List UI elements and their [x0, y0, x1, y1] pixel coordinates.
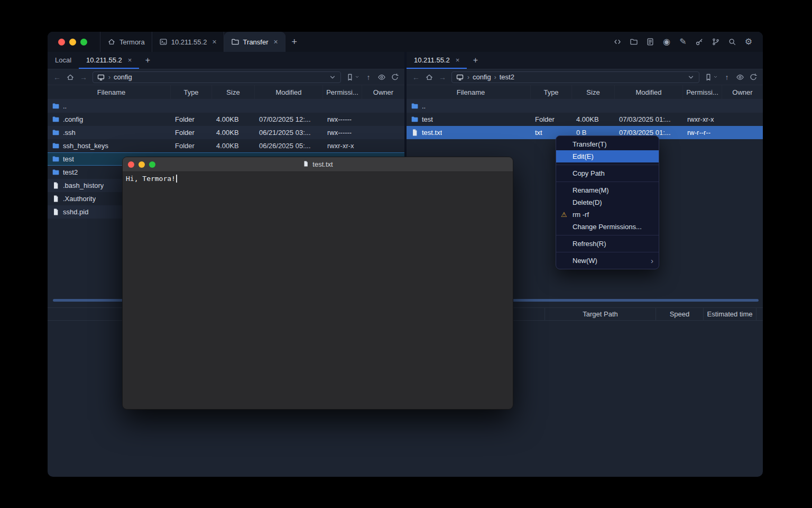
- panel-tab-local[interactable]: Local: [48, 52, 79, 69]
- cell-size: 4.00KB: [212, 113, 255, 126]
- bookmark-button[interactable]: [704, 72, 718, 82]
- cell-modified: 07/02/2025 12:...: [255, 113, 323, 126]
- folder-button[interactable]: [629, 37, 639, 47]
- file-row-parent-dir[interactable]: ..: [407, 99, 763, 113]
- editor-window-controls: [123, 161, 155, 168]
- up-button[interactable]: ↑: [723, 72, 731, 82]
- context-menu: Transfer(T)Edit(E)Copy PathRename(M)Dele…: [556, 135, 659, 269]
- close-button[interactable]: [58, 39, 65, 46]
- list-button[interactable]: [645, 37, 655, 47]
- close-icon[interactable]: ×: [456, 57, 460, 64]
- menu-item-rename-m[interactable]: Rename(M): [556, 184, 659, 196]
- home-icon: [107, 38, 116, 46]
- toggle-hidden-button[interactable]: [736, 72, 744, 82]
- cell-permissions: rwxr-xr-x: [323, 139, 362, 152]
- toggle-hidden-button[interactable]: [377, 72, 386, 82]
- path-field[interactable]: ›config: [93, 71, 341, 83]
- column-header-filename[interactable]: Filename: [407, 85, 531, 99]
- eye-icon: [377, 73, 386, 81]
- forward-button[interactable]: →: [438, 72, 447, 82]
- file-doc-icon: [52, 182, 60, 189]
- menu-item-transfer-t[interactable]: Transfer(T): [556, 138, 659, 150]
- queue-column-estimated-time: Estimated time: [703, 308, 756, 320]
- file-doc-icon: [302, 160, 309, 167]
- menu-item-refresh-r[interactable]: Refresh(R): [556, 238, 659, 250]
- queue-column-target-path: Target Path: [545, 308, 656, 320]
- column-header-type[interactable]: Type: [171, 85, 212, 99]
- menu-item-new-w[interactable]: New(W)›: [556, 255, 659, 267]
- refresh-button[interactable]: [391, 72, 399, 82]
- file-row-ssh-host-keys[interactable]: ssh_host_keysFolder4.00KB06/26/2025 05:.…: [48, 139, 404, 152]
- app-tab-10-211-55-2[interactable]: 10.211.55.2×: [152, 32, 224, 52]
- new-panel-tab-button[interactable]: +: [139, 52, 156, 69]
- column-header-size[interactable]: Size: [572, 85, 615, 99]
- menu-item-rm-rf[interactable]: ⚠rm -rf: [556, 208, 659, 221]
- cell-filename: .config: [48, 113, 171, 126]
- branch-button[interactable]: [711, 37, 721, 47]
- column-header-permissi[interactable]: Permissi...: [683, 85, 722, 99]
- new-panel-tab-button[interactable]: +: [467, 52, 484, 69]
- column-header-size[interactable]: Size: [212, 85, 255, 99]
- home-button[interactable]: [66, 72, 75, 82]
- file-row-config[interactable]: .configFolder4.00KB07/02/2025 12:...rwx-…: [48, 113, 404, 126]
- cell-filename: ..: [407, 99, 531, 113]
- menu-item-edit-e[interactable]: Edit(E): [556, 150, 659, 162]
- column-header-filename[interactable]: Filename: [48, 85, 171, 99]
- search-button[interactable]: [727, 37, 737, 47]
- bookmark-button[interactable]: [346, 72, 359, 82]
- titlebar-toolbar: ◉✎⚙: [613, 32, 763, 52]
- column-header-type[interactable]: Type: [531, 85, 572, 99]
- zoom-button[interactable]: [80, 39, 87, 46]
- record-button[interactable]: ◉: [662, 37, 671, 47]
- back-button[interactable]: ←: [412, 72, 420, 82]
- menu-item-delete-d[interactable]: Delete(D): [556, 196, 659, 208]
- cell-type: Folder: [171, 126, 212, 139]
- warning-icon: ⚠: [561, 211, 567, 219]
- cell-type: Folder: [531, 113, 572, 126]
- queue-column-speed: Speed: [656, 308, 703, 320]
- menu-item-change-permissions[interactable]: Change Permissions...: [556, 221, 659, 233]
- chevron-down-icon: [328, 73, 337, 81]
- column-header-modified[interactable]: Modified: [615, 85, 683, 99]
- left-panel-tab-bar: Local10.211.55.2×+: [48, 52, 404, 69]
- app-tab-termora[interactable]: Termora: [100, 32, 152, 52]
- panel-tab-10-211-55-2[interactable]: 10.211.55.2×: [407, 52, 467, 69]
- column-header-owner[interactable]: Owner: [722, 85, 763, 99]
- close-icon[interactable]: ×: [274, 38, 278, 46]
- forward-button[interactable]: →: [79, 72, 88, 82]
- back-button[interactable]: ←: [53, 72, 61, 82]
- gear-button[interactable]: ⚙: [744, 37, 753, 47]
- path-crumb: test2: [500, 73, 514, 81]
- editor-zoom-button[interactable]: [149, 161, 155, 168]
- new-tab-button[interactable]: +: [285, 32, 303, 52]
- minimize-button[interactable]: [69, 39, 76, 46]
- home-button[interactable]: [425, 72, 433, 82]
- menu-label: New(W): [573, 257, 597, 265]
- refresh-button[interactable]: [749, 72, 758, 82]
- column-header-modified[interactable]: Modified: [255, 85, 323, 99]
- close-icon[interactable]: ×: [212, 38, 216, 46]
- editor-content[interactable]: Hi, Termora!: [123, 172, 513, 185]
- panel-tab-10-211-55-2[interactable]: 10.211.55.2×: [79, 52, 139, 69]
- code-button[interactable]: [613, 37, 622, 47]
- file-row-ssh[interactable]: .sshFolder4.00KB06/21/2025 03:...rwx----…: [48, 126, 404, 139]
- menu-label: Delete(D): [573, 198, 602, 206]
- app-tab-transfer[interactable]: Transfer×: [224, 32, 285, 52]
- key-button[interactable]: [695, 37, 704, 47]
- path-field[interactable]: ›config›test2: [451, 71, 699, 83]
- close-icon[interactable]: ×: [128, 57, 132, 64]
- column-header-permissi[interactable]: Permissi...: [323, 85, 362, 99]
- forward-icon: →: [80, 74, 87, 81]
- cell-owner: [362, 126, 404, 139]
- back-icon: ←: [412, 74, 420, 81]
- file-row-test[interactable]: testFolder4.00KB07/03/2025 01:...rwxr-xr…: [407, 113, 763, 126]
- editor-minimize-button[interactable]: [139, 161, 145, 168]
- pencil-button[interactable]: ✎: [678, 37, 688, 47]
- submenu-arrow-icon: ›: [651, 257, 653, 265]
- column-header-owner[interactable]: Owner: [362, 85, 404, 99]
- menu-item-copy-path[interactable]: Copy Path: [556, 167, 659, 179]
- editor-close-button[interactable]: [128, 161, 134, 168]
- menu-separator: [556, 182, 659, 182]
- file-row-parent-dir[interactable]: ..: [48, 99, 404, 113]
- up-button[interactable]: ↑: [364, 72, 373, 82]
